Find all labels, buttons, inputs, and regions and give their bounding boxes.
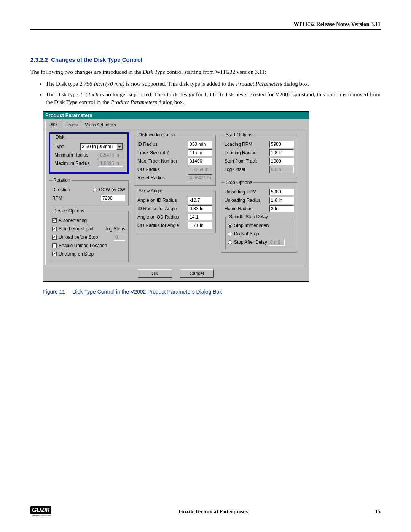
device-options-group: Device Options Autocentering Spin before… — [49, 208, 129, 262]
tab-content: Disk Type 3.50 In (95mm) Minimum Radius — [45, 129, 306, 265]
footer-company: Guzik Technical Enterprises — [51, 508, 375, 515]
unload-before-stop-checkbox[interactable]: Unload before Stop — [52, 235, 98, 240]
cancel-button[interactable]: Cancel — [180, 269, 214, 278]
dialog-titlebar: Product Parameters — [43, 112, 309, 119]
stop-after-delay-radio[interactable]: Stop After Delay — [228, 240, 267, 245]
start-legend: Start Options — [225, 132, 253, 137]
min-radius-label: Minimum Radius — [54, 152, 97, 158]
spindle-stop-delay-legend: Spindle Stop Delay — [228, 214, 269, 219]
do-not-stop-radio[interactable]: Do Not Stop — [228, 231, 259, 236]
skew-legend: Skew Angle — [137, 188, 164, 193]
od-radius-input — [188, 166, 212, 173]
id-radius-label: ID Radius — [137, 142, 186, 147]
id-radius-angle-input[interactable] — [188, 205, 212, 212]
stop-options-group: Stop Options Unloading RPM Unloading Rad… — [221, 180, 297, 253]
track-size-input[interactable] — [188, 149, 212, 156]
disk-group: Disk Type 3.50 In (95mm) Minimum Radius — [51, 134, 126, 171]
max-radius-input — [99, 160, 123, 167]
start-from-track-input[interactable] — [269, 158, 294, 165]
tab-micro-actuators[interactable]: Micro Actuators — [81, 121, 119, 128]
rpm-label: RPM — [52, 195, 99, 201]
ccw-radio[interactable]: CCW — [93, 187, 110, 192]
device-options-legend: Device Options — [52, 208, 85, 214]
od-radius-angle-input[interactable] — [188, 222, 212, 229]
page-footer: GUZIK Technical Enterprises Guzik Techni… — [30, 505, 381, 517]
od-radius-label: OD Radius — [137, 167, 186, 172]
max-track-number-input[interactable] — [188, 158, 212, 165]
od-radius-angle-label: OD Radius for Angle — [137, 223, 186, 228]
ok-button[interactable]: OK — [138, 269, 172, 278]
change-list: The Disk type 2.756 Inch (70 mm) is now … — [46, 80, 381, 106]
stop-legend: Stop Options — [225, 180, 253, 185]
unloading-radius-label: Unloading Radius — [225, 198, 268, 203]
loading-radius-label: Loading Radius — [225, 150, 268, 155]
disk-type-value: 3.50 In (95mm) — [82, 144, 113, 149]
product-parameters-dialog: Product Parameters Disk Heads Micro Actu… — [43, 111, 309, 282]
loading-rpm-input[interactable] — [269, 141, 294, 148]
start-from-track-label: Start from Track — [225, 158, 268, 164]
max-track-number-label: Max. Track Number — [137, 158, 186, 164]
reset-radius-label: Reset Radius — [137, 175, 186, 181]
skew-angle-group: Skew Angle Angle on ID Radius ID Radius … — [134, 188, 216, 233]
loading-radius-input[interactable] — [269, 149, 294, 156]
id-radius-input[interactable] — [188, 141, 212, 148]
jog-offset-label: Jog Offset — [225, 167, 268, 172]
reset-radius-input — [188, 174, 212, 181]
angle-od-input[interactable] — [188, 214, 212, 220]
spin-before-load-checkbox[interactable]: Spin before Load — [52, 226, 93, 232]
tab-strip: Disk Heads Micro Actuators — [45, 120, 306, 128]
unclamp-on-stop-checkbox[interactable]: Unclamp on Stop — [52, 251, 94, 257]
tab-heads[interactable]: Heads — [61, 121, 81, 128]
angle-od-label: Angle on OD Radius — [137, 214, 186, 220]
section-title: Changes of the Disk Type Control — [51, 56, 142, 63]
angle-id-label: Angle on ID Radius — [137, 198, 186, 203]
chevron-down-icon[interactable] — [116, 144, 123, 150]
rpm-input[interactable] — [101, 195, 125, 201]
unloading-radius-input[interactable] — [269, 197, 294, 204]
home-radius-label: Home Radius — [225, 206, 268, 211]
figure-text: Disk Type Control in the V2002 Product P… — [73, 289, 222, 295]
angle-id-input[interactable] — [188, 197, 212, 204]
disk-group-highlight: Disk Type 3.50 In (95mm) Minimum Radius — [49, 132, 129, 174]
disk-legend: Disk — [54, 134, 65, 140]
unloading-rpm-input[interactable] — [269, 189, 294, 195]
logo-subtitle: Technical Enterprises — [30, 514, 51, 517]
rotation-legend: Rotation — [52, 177, 72, 183]
track-size-label: Track Size (uIn) — [137, 150, 186, 155]
section-heading: 2.3.2.2 Changes of the Disk Type Control — [30, 56, 381, 63]
rotation-group: Rotation Direction CCW CW RPM — [49, 177, 129, 206]
page-header: WITE32 Release Notes Version 3.11 — [30, 21, 381, 30]
intro-paragraph: The following two changes are introduced… — [30, 69, 381, 76]
unloading-rpm-label: Unloading RPM — [225, 189, 268, 195]
home-radius-input[interactable] — [269, 205, 294, 212]
autocentering-checkbox[interactable]: Autocentering — [52, 218, 87, 223]
id-radius-angle-label: ID Radius for Angle — [137, 206, 186, 211]
max-radius-label: Maximum Radius — [54, 161, 97, 166]
section-number: 2.3.2.2 — [30, 56, 48, 63]
stop-immediately-radio[interactable]: Stop Immediately — [228, 223, 269, 228]
cw-radio[interactable]: CW — [112, 187, 125, 192]
loading-rpm-label: Loading RPM — [225, 142, 268, 147]
list-item: The Disk type 2.756 Inch (70 mm) is now … — [46, 80, 381, 88]
jog-steps-input — [114, 234, 125, 241]
spindle-stop-delay-group: Spindle Stop Delay Stop Immediately Do N… — [225, 214, 293, 249]
disk-type-select[interactable]: 3.50 In (95mm) — [80, 143, 123, 150]
list-item: The Disk type 1.3 Inch is no longer supp… — [46, 91, 381, 106]
type-label: Type — [54, 144, 79, 149]
figure-label: Figure 11 — [43, 289, 65, 295]
disk-working-area-group: Disk working area ID Radius Track Size (… — [134, 132, 216, 186]
logo: GUZIK Technical Enterprises — [30, 506, 51, 517]
start-options-group: Start Options Loading RPM Loading Radius… — [221, 132, 297, 177]
enable-unload-location-checkbox[interactable]: Enable Unload Location — [52, 243, 107, 248]
jog-steps-label: Jog Steps — [105, 226, 125, 232]
min-radius-input — [99, 152, 123, 158]
tab-disk[interactable]: Disk — [45, 121, 61, 128]
figure-caption: Figure 11 Disk Type Control in the V2002… — [43, 289, 381, 295]
stop-after-delay-input — [269, 239, 285, 246]
page-number: 15 — [375, 508, 381, 515]
logo-text: GUZIK — [30, 506, 51, 514]
direction-label: Direction — [52, 187, 91, 192]
jog-offset-input — [269, 166, 294, 173]
work-legend: Disk working area — [137, 132, 176, 137]
